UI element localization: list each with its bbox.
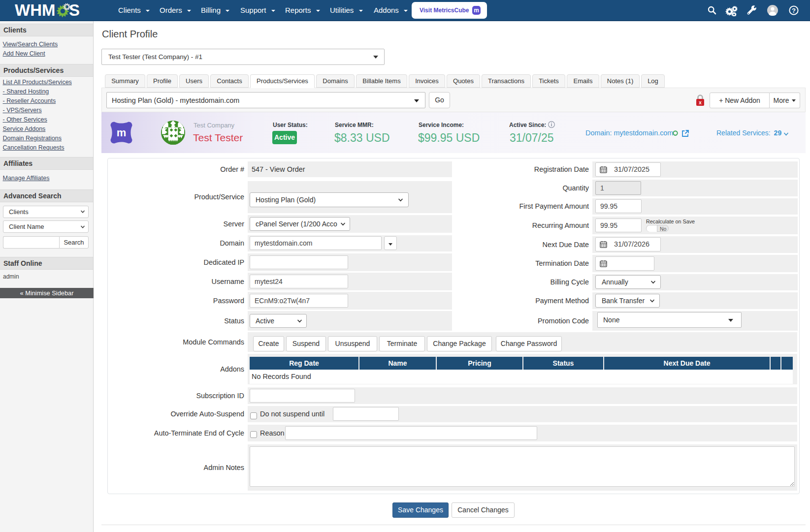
svg-text:S: S bbox=[69, 1, 80, 19]
svg-text:m: m bbox=[117, 126, 127, 139]
svg-text:WHM: WHM bbox=[15, 1, 55, 19]
svg-text:?: ? bbox=[792, 7, 796, 14]
svg-text:x: x bbox=[699, 100, 702, 105]
